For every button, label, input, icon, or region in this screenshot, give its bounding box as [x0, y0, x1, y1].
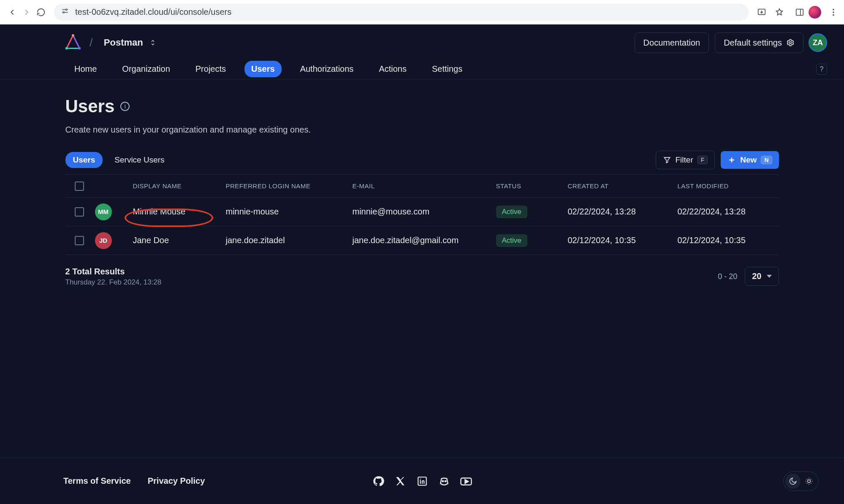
theme-light-option[interactable]: [801, 474, 817, 489]
svg-point-13: [445, 480, 446, 482]
default-settings-button[interactable]: Default settings: [715, 33, 803, 53]
filter-icon: [663, 156, 671, 164]
col-created: CREATED AT: [568, 182, 678, 190]
install-app-icon[interactable]: [756, 7, 767, 18]
linkedin-icon[interactable]: [416, 475, 429, 488]
tab-service-users-label: Service Users: [114, 155, 164, 164]
page-size-selector[interactable]: 20: [745, 267, 779, 286]
status-badge: Active: [496, 234, 527, 247]
svg-point-7: [72, 34, 74, 37]
col-email: E-MAIL: [353, 182, 496, 190]
col-login-name: PREFERRED LOGIN NAME: [226, 182, 353, 190]
users-table: DISPLAY NAME PREFERRED LOGIN NAME E-MAIL…: [65, 175, 779, 255]
row-email: minnie@mouse.com: [353, 207, 496, 217]
col-display-name: DISPLAY NAME: [133, 182, 226, 190]
forward-button[interactable]: [19, 5, 34, 19]
page-size-value: 20: [752, 271, 761, 281]
nav-item-organization[interactable]: Organization: [115, 61, 176, 77]
browser-profile-avatar[interactable]: [809, 6, 821, 19]
tab-service-users[interactable]: Service Users: [107, 152, 172, 168]
svg-rect-3: [796, 9, 803, 15]
svg-point-6: [833, 14, 834, 16]
moon-icon: [789, 477, 797, 485]
org-selector[interactable]: Postman: [100, 35, 161, 51]
x-twitter-icon[interactable]: [394, 475, 407, 488]
page-subtitle: Create new users in your organization an…: [65, 125, 779, 135]
theme-dark-option[interactable]: [785, 474, 801, 489]
svg-point-4: [833, 8, 834, 10]
theme-toggle[interactable]: [783, 471, 819, 491]
svg-point-0: [66, 9, 67, 10]
tab-users[interactable]: Users: [65, 152, 103, 168]
new-button[interactable]: New N: [721, 151, 779, 169]
nav-item-users[interactable]: Users: [244, 61, 282, 77]
footer-privacy-link[interactable]: Privacy Policy: [148, 476, 205, 486]
row-avatar: JD: [95, 232, 112, 249]
new-key-hint: N: [761, 156, 772, 164]
svg-point-12: [442, 480, 443, 482]
nav-item-actions[interactable]: Actions: [372, 61, 413, 77]
table-row[interactable]: MMMinnie Mouseminnie-mouseminnie@mouse.c…: [65, 198, 779, 226]
row-avatar: MM: [95, 203, 112, 220]
row-login-name: jane.doe.zitadel: [226, 236, 353, 245]
documentation-label: Documentation: [643, 38, 700, 48]
star-icon[interactable]: [774, 7, 785, 18]
new-label: New: [740, 155, 757, 165]
svg-point-1: [63, 12, 64, 13]
chevron-updown-icon: [149, 39, 157, 46]
app-logo[interactable]: [63, 33, 83, 52]
row-checkbox[interactable]: [75, 207, 84, 217]
back-button[interactable]: [5, 5, 19, 19]
default-settings-label: Default settings: [724, 38, 782, 48]
footer-tos-link[interactable]: Terms of Service: [63, 476, 131, 486]
browser-chrome: test-0o6zvq.zitadel.cloud/ui/console/use…: [0, 0, 844, 24]
filter-button[interactable]: Filter F: [656, 151, 715, 169]
gear-icon: [786, 38, 795, 47]
discord-icon[interactable]: [438, 475, 450, 488]
filter-key-hint: F: [697, 156, 708, 164]
row-checkbox[interactable]: [75, 236, 84, 245]
nav-item-home[interactable]: Home: [68, 61, 103, 77]
nav-item-settings[interactable]: Settings: [425, 61, 469, 77]
breadcrumb-separator: /: [90, 36, 93, 49]
svg-point-9: [65, 47, 68, 50]
app-topbar: / Postman Documentation Default settings…: [0, 24, 844, 55]
org-name: Postman: [104, 37, 143, 48]
sun-icon: [805, 477, 813, 485]
youtube-icon[interactable]: [460, 475, 472, 488]
avatar-initials: ZA: [813, 38, 823, 47]
nav-item-authorizations[interactable]: Authorizations: [293, 61, 361, 77]
site-tune-icon[interactable]: [61, 7, 69, 17]
plus-icon: [727, 156, 736, 164]
table-row[interactable]: JDJane Doejane.doe.zitadeljane.doe.zitad…: [65, 226, 779, 255]
svg-point-10: [790, 42, 792, 44]
user-avatar[interactable]: ZA: [809, 33, 827, 52]
nav-item-projects[interactable]: Projects: [189, 61, 233, 77]
results-count: 2 Total Results: [65, 267, 162, 276]
kebab-menu-icon[interactable]: [828, 7, 839, 18]
svg-point-8: [78, 47, 81, 50]
select-all-checkbox[interactable]: [75, 182, 84, 191]
filter-label: Filter: [676, 155, 693, 165]
row-login-name: minnie-mouse: [226, 207, 353, 217]
results-range: 0 - 20: [718, 272, 737, 281]
row-email: jane.doe.zitadel@gmail.com: [353, 236, 496, 245]
help-button[interactable]: ?: [816, 64, 827, 75]
reload-button[interactable]: [34, 5, 48, 19]
svg-point-5: [833, 11, 834, 13]
svg-point-15: [808, 480, 811, 482]
caret-down-icon: [767, 275, 772, 278]
url-bar[interactable]: test-0o6zvq.zitadel.cloud/ui/console/use…: [54, 4, 749, 21]
side-panel-icon[interactable]: [794, 7, 805, 18]
row-display-name: Jane Doe: [133, 236, 169, 245]
row-created: 02/22/2024, 13:28: [568, 207, 678, 217]
app-footer: Terms of Service Privacy Policy: [0, 458, 844, 504]
page-title: Users: [65, 96, 115, 117]
info-icon[interactable]: i: [120, 102, 130, 111]
documentation-button[interactable]: Documentation: [635, 33, 709, 53]
help-label: ?: [820, 65, 824, 73]
status-badge: Active: [496, 206, 527, 218]
row-modified: 02/22/2024, 13:28: [678, 207, 787, 217]
row-created: 02/12/2024, 10:35: [568, 236, 678, 245]
github-icon[interactable]: [372, 475, 385, 488]
